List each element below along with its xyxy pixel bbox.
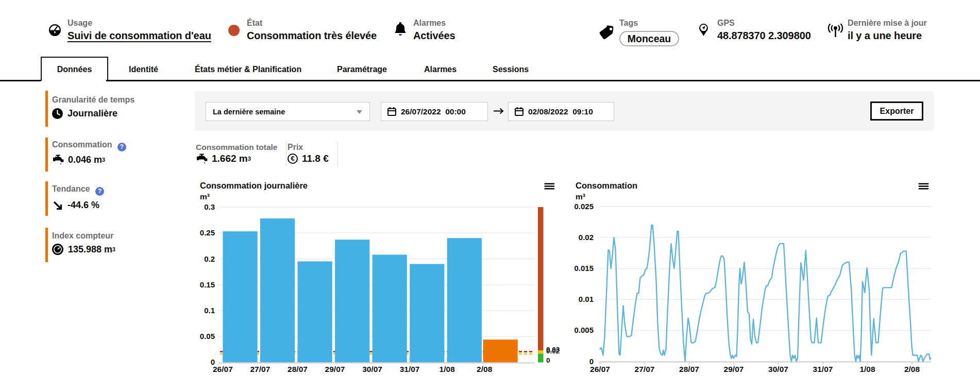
svg-text:28/07: 28/07 (288, 365, 308, 373)
svg-text:Consommation: Consommation (576, 181, 637, 190)
svg-text:27/07: 27/07 (635, 365, 655, 373)
svg-text:1/08: 1/08 (859, 365, 875, 373)
svg-text:0.02: 0.02 (546, 347, 560, 355)
svg-text:26/07: 26/07 (590, 365, 610, 373)
svg-text:0.3: 0.3 (204, 202, 215, 211)
svg-text:0.1: 0.1 (204, 306, 215, 315)
svg-text:0.02: 0.02 (579, 233, 594, 242)
svg-text:0.015: 0.015 (574, 264, 594, 273)
svg-text:m³: m³ (200, 192, 210, 201)
svg-text:Consommation journalière: Consommation journalière (200, 181, 308, 190)
svg-text:27/07: 27/07 (250, 365, 271, 373)
svg-text:28/07: 28/07 (679, 365, 699, 373)
svg-text:2/08: 2/08 (904, 365, 920, 373)
svg-text:0.005: 0.005 (574, 326, 594, 334)
svg-text:31/07: 31/07 (813, 365, 833, 373)
svg-text:30/07: 30/07 (362, 365, 382, 373)
svg-text:0.2: 0.2 (204, 254, 215, 263)
svg-text:m³: m³ (576, 192, 585, 201)
svg-text:30/07: 30/07 (768, 365, 788, 373)
svg-text:0: 0 (589, 357, 594, 366)
svg-text:29/07: 29/07 (724, 365, 744, 373)
svg-text:2/08: 2/08 (477, 365, 493, 373)
svg-text:0.01: 0.01 (579, 295, 594, 303)
svg-text:0: 0 (546, 356, 550, 364)
svg-text:1/08: 1/08 (440, 365, 455, 373)
svg-text:31/07: 31/07 (400, 365, 420, 373)
svg-text:26/07: 26/07 (213, 365, 233, 373)
svg-text:29/07: 29/07 (325, 365, 345, 373)
svg-text:0.05: 0.05 (200, 332, 215, 341)
svg-text:0.15: 0.15 (200, 280, 215, 289)
svg-text:0.25: 0.25 (200, 228, 215, 237)
svg-text:0.025: 0.025 (574, 202, 594, 211)
